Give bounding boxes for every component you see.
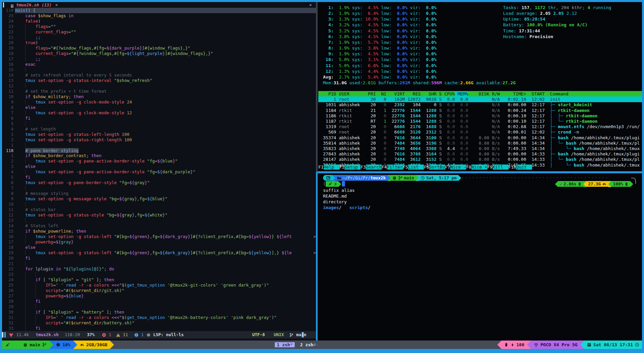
code-line[interactable]: 10 if $show_military; then (2, 94, 316, 99)
process-row[interactable]: 1319 root 20 0 6608 2176 1688 S 0.0 0.0 … (323, 124, 642, 129)
editor-statusline: 11.4ktmux2k.sh118:2037% 1 11 1 LSP: null… (2, 331, 316, 339)
fkey-F1[interactable]: F1 (318, 165, 324, 170)
code-line[interactable]: 18 else (2, 245, 316, 250)
cpu-meter-6: 6: 3.8% sys: 4.5% low: 0.0% vir: 0.0% (323, 34, 437, 39)
process-row[interactable]: 28147 abhishek 20 0 7484 3612 3152 S 0.0… (323, 156, 642, 162)
prompt-line-2[interactable]: ( (323, 181, 345, 187)
code-line[interactable]: 30 ▏ if [ "$lplugin" = "battery" ]; then (2, 310, 316, 315)
code-line[interactable]: 6 tmux set-option -g pane-border-style "… (2, 180, 316, 185)
code-line[interactable]: 3 tmux set-option -g status-left-length … (2, 132, 316, 137)
code-line[interactable]: 14 # sets refresh interval to every 5 se… (2, 72, 316, 78)
code-line[interactable]: 11 # set the prefix + t time format (2, 89, 316, 94)
pane-divider-vertical-active[interactable] (316, 172, 318, 341)
prompt-path: ~/Pr/Gi/Pr/tmux2k (335, 175, 387, 181)
code-line[interactable]: 19 ▏ tmux set-option -g status-left "#[b… (2, 250, 316, 256)
code-line[interactable]: 10 ▏ (2, 202, 316, 207)
code-line[interactable]: 4 ▏ tmux set-option -g pane-active-borde… (2, 169, 316, 175)
code-line[interactable]: 9 ▏ tmux set-option -g clock-mode-style … (2, 99, 316, 105)
terminal-pane[interactable]: ~/Pr/Gi/Pr/tmux2kmainSat, 5:17 pm·······… (318, 173, 642, 341)
code-line[interactable]: 8 # message styling (2, 191, 316, 196)
code-line[interactable]: 13 tmux set-option -g status-interval "$… (2, 78, 316, 83)
fkey-F10[interactable]: F10 (508, 165, 516, 170)
code-line[interactable]: 8 else (2, 105, 316, 110)
code-line[interactable]: 28 ▏ fi (2, 299, 316, 304)
code-line[interactable]: 15 if $show_powerline; then (2, 229, 316, 234)
code-line[interactable]: 1 if $show_border_contrast; then (2, 153, 316, 158)
code-line[interactable]: 18 ▏ current_flags="#{?window_flags,#[fg… (2, 51, 316, 56)
process-table-header[interactable]: PID USER PRI NI VIRT RES SHR S CPU% MEM%… (318, 91, 642, 97)
code-line[interactable]: 29 ▏ ▏ (2, 304, 316, 310)
code-area[interactable]: 110main() {25 case $show_flags in24 fals… (2, 2, 316, 341)
fkey-F9[interactable]: F9 (487, 165, 493, 170)
code-line[interactable]: 23 ▏ flags="" (2, 24, 316, 29)
process-row[interactable]: 569 root 20 0 6688 3120 2312 S 0.0 0.0 N… (323, 129, 642, 135)
process-row[interactable]: 1184 rtkit 21 1 22776 1544 1288 S 0.0 0.… (323, 108, 642, 113)
code-line[interactable]: 14 # Status left (2, 223, 316, 229)
process-row[interactable]: 1186 rtkit 20 0 22776 1544 1288 S 0.0 0.… (323, 113, 642, 119)
process-row-selected[interactable]: 1 root 20 0 162M 12072 9028 S 0.0 0.0 N/… (318, 96, 642, 102)
htop-function-keys[interactable]: F1Help F2Setup F3SearchF4FilterF5List F6… (318, 164, 642, 170)
code-line[interactable]: 26 ▏ ▏ script="#($current_dir/git.sh)" (2, 288, 316, 293)
code-line[interactable]: 32 ▏ ▏ script="#($current_dir/battery.sh… (2, 320, 316, 326)
pane-divider-vertical[interactable] (316, 2, 318, 172)
code-line[interactable]: 12 tmux set-option -g status-style "bg=$… (2, 212, 316, 218)
code-line[interactable]: 118 # pane border styling (2, 148, 316, 153)
code-line[interactable]: 4 # set length (2, 126, 316, 132)
tmux-window-list[interactable]: 1 zsh*2 zsh#- (275, 341, 321, 349)
code-line[interactable]: 16 esac (2, 62, 316, 67)
code-line[interactable]: 3 else (2, 164, 316, 169)
process-row[interactable]: 1031 abhishek 20 0 2392 104 0 S 0.0 0.0 … (323, 102, 642, 108)
code-line[interactable]: 15 ▏ (2, 67, 316, 72)
editor-pane[interactable]: tmux2k.sh (13) × × 110main() {25 case $s… (2, 2, 316, 341)
fkey-F3[interactable]: F3 (360, 165, 366, 170)
process-row[interactable]: 1187 rtkit RT 1 22776 1544 1288 S 0.0 0.… (323, 118, 642, 124)
code-line[interactable]: 27 ▏ ▏ powerbg=${blue} (2, 293, 316, 299)
code-line[interactable]: 12 ▏ (2, 83, 316, 89)
code-line[interactable]: 9 tmux set-option -g message-style "bg=$… (2, 196, 316, 202)
code-line[interactable]: 7 ▏ (2, 185, 316, 191)
code-line[interactable]: 33 ▏ fi (2, 326, 316, 331)
code-line[interactable]: 20 fi (2, 256, 316, 261)
code-line[interactable]: 23 ▏ ▏ (2, 272, 316, 277)
code-line[interactable]: 20 true) (2, 40, 316, 46)
code-line[interactable]: 24 false) (2, 19, 316, 24)
htop-pane[interactable]: 1: 1.9% sys: 4.5% low: 0.0% vir: 0.0% 2:… (318, 2, 642, 171)
fkey-F2[interactable]: F2 (340, 165, 345, 170)
diagnostics-info: 1 (134, 331, 144, 339)
code-line[interactable]: 24 ▏ if [ "$lplugin" = "git" ]; then (2, 277, 316, 283)
code-line[interactable]: 13 ▏ (2, 218, 316, 223)
fkey-F4[interactable]: F4 (382, 165, 387, 170)
code-line[interactable]: 25 case $show_flags in (2, 13, 316, 19)
code-line[interactable]: 11 # status bar (2, 207, 316, 212)
code-line[interactable]: 25 ▏ ▏ IFS=' ' read -r -a colors <<<"$(g… (2, 283, 316, 288)
process-row[interactable]: 27843 abhishek 20 0 7616 3708 3164 S 0.0… (323, 151, 642, 157)
tmux-window-2[interactable]: 2 zsh#- (298, 342, 321, 347)
fkey-F5[interactable]: F5 (403, 165, 408, 170)
code-line[interactable]: 7 ▏ tmux set-option -g clock-mode-style … (2, 110, 316, 116)
fkey-F6[interactable]: F6 (424, 165, 429, 170)
code-line[interactable]: 16 ▏ tmux set-option -g status-left "#[b… (2, 234, 316, 239)
code-line[interactable]: 21 ▏ ;; (2, 35, 316, 40)
process-row[interactable]: 35814 abhishek 20 0 7484 3656 3196 S 0.0… (323, 140, 642, 146)
code-line[interactable]: 1 ▏ (2, 143, 316, 148)
code-line[interactable]: 31 ▏ ▏ IFS=' ' read -r -a colors <<<"$(g… (2, 315, 316, 320)
fkey-F7[interactable]: F7 (445, 165, 450, 170)
tmux-window-1[interactable]: 1 zsh* (275, 342, 295, 347)
code-line[interactable]: 21 ▏ (2, 261, 316, 266)
word-count: 11.4k (16, 331, 29, 339)
code-line[interactable]: 19 ▏ flags="#{?window_flags,#[fg=${dark_… (2, 46, 316, 51)
code-line[interactable]: 2 tmux set-option -g status-right-length… (2, 137, 316, 143)
fkey-F8[interactable]: F8 (466, 165, 471, 170)
code-line[interactable]: 6 fi (2, 116, 316, 121)
code-line[interactable]: 22 for lplugin in "${lplugins[@]}"; do (2, 266, 316, 272)
tmux-cpu-segment: 10% (53, 341, 73, 349)
code-line[interactable]: 17 ▏ powerbg=${gray} (2, 239, 316, 245)
code-line[interactable]: 5 ▏ (2, 121, 316, 126)
code-line[interactable]: 2 ▏ tmux set-option -g pane-active-borde… (2, 158, 316, 164)
code-line[interactable]: 17 ▏ ;; (2, 56, 316, 62)
code-line[interactable]: 5 fi (2, 175, 316, 180)
code-line[interactable]: 22 ▏ current_flags="" (2, 29, 316, 35)
process-row[interactable]: 35823 abhishek 20 0 7748 4064 3308 S 4.4… (323, 146, 642, 151)
process-row[interactable]: 35374 abhishek 20 0 7616 3644 3100 S 0.0… (323, 135, 642, 141)
terminal-output-line: README.md (323, 193, 347, 199)
